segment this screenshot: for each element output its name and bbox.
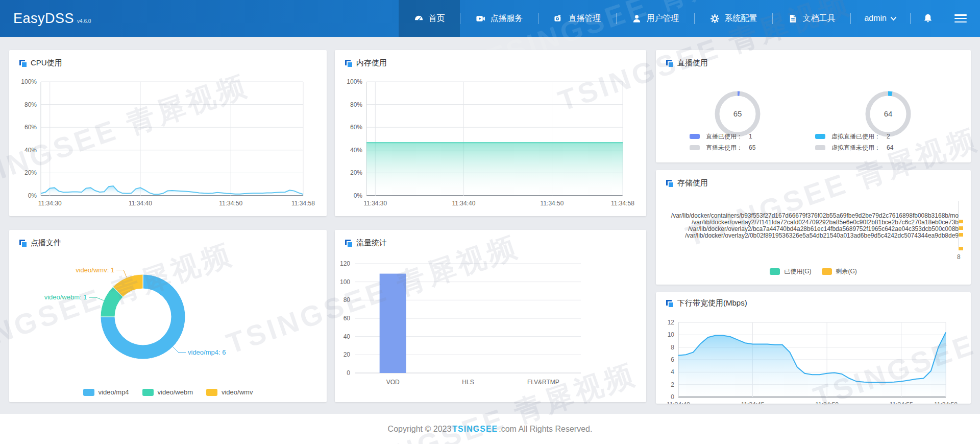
nav-item-label: 直播管理 [568,13,601,24]
document-icon [788,14,798,24]
gear-icon [710,14,720,24]
svg-text:video/mp4: 6: video/mp4: 6 [188,348,226,356]
vod-files-donut-chart: video/mp4: 6video/webm: 1video/wmv: 1 [9,230,327,402]
top-navbar: EasyDSS v4.6.0 首页 点播服务 直 [0,0,980,37]
svg-text:100: 100 [340,278,350,286]
svg-text:20%: 20% [24,169,37,176]
nav-item-user-manage[interactable]: 用户管理 [617,0,694,37]
storage-path-labels: /var/lib/docker/containers/b93f553f27d16… [663,213,959,239]
legend-item[interactable]: 已使用(G) [770,267,811,276]
svg-text:10: 10 [668,331,675,338]
panel-chart-icon [345,240,352,247]
nav-item-label: 首页 [428,13,445,24]
storage-bar-stub [959,226,963,230]
panel-vod-files: 点播文件 video/mp4: 6video/webm: 1video/wmv:… [9,230,327,402]
vod-legend: video/mp4 video/webm video/wmv [9,388,327,396]
menu-toggle-icon[interactable] [954,14,967,22]
svg-text:65: 65 [733,109,742,118]
svg-text:60: 60 [344,315,351,322]
storage-axis-line [959,201,959,248]
legend-swatch [690,134,700,139]
user-menu[interactable]: admin [851,14,910,23]
storage-path: /var/lib/docker/overlay2/7f141fda72cafd0… [663,219,959,226]
nav-item-live-manage[interactable]: 直播管理 [538,0,616,37]
legend-row: 直播未使用： 65 [690,142,755,153]
legend-row: 虚拟直播未使用： 64 [815,142,893,153]
svg-text:100%: 100% [347,78,362,85]
nav-item-label: 点播服务 [490,13,523,24]
svg-text:video/webm: 1: video/webm: 1 [44,293,87,301]
svg-text:120: 120 [340,260,350,267]
virtual-live-gauge-legend: 虚拟直播已使用： 2 虚拟直播未使用： 64 [815,131,893,153]
nav-item-system-config[interactable]: 系统配置 [695,0,772,37]
svg-text:6: 6 [671,356,674,363]
nav-item-vod-service[interactable]: 点播服务 [460,0,538,37]
notifications-button[interactable] [911,13,945,24]
svg-text:64: 64 [884,109,893,118]
svg-text:20%: 20% [350,169,362,176]
panel-title: 下行带宽使用(Mbps) [666,298,747,308]
brand-logo[interactable]: EasyDSS v4.6.0 [13,11,91,27]
svg-text:80%: 80% [24,101,37,108]
panel-chart-icon [345,60,352,67]
svg-text:40%: 40% [350,147,362,154]
main-menu: 首页 点播服务 直播管理 用户管理 [399,0,851,37]
cpu-usage-chart: 0%20%40%60%80%100%11:34:3011:34:4011:34:… [9,50,327,216]
dashboard-content: CPU使用 0%20%40%60%80%100%11:34:3011:34:40… [0,37,980,414]
svg-text:11:34:30: 11:34:30 [38,200,62,207]
svg-text:2: 2 [671,381,674,388]
nav-item-label: 用户管理 [646,13,679,24]
panel-title: 流量统计 [345,238,387,248]
svg-text:20: 20 [344,351,351,358]
svg-text:0: 0 [347,369,350,377]
nav-item-home[interactable]: 首页 [399,0,460,37]
svg-text:11:34:40: 11:34:40 [452,200,475,207]
panel-chart-icon [19,240,27,247]
nav-item-label: 系统配置 [724,13,757,24]
panel-chart-icon [666,60,673,67]
svg-text:VOD: VOD [386,379,400,386]
copyright-text: .com All Rights Reserved. [499,425,592,434]
legend-item[interactable]: video/webm [142,388,193,396]
legend-swatch [822,268,832,275]
panel-chart-icon [666,180,673,187]
svg-text:60%: 60% [350,124,362,131]
svg-text:11:34:40: 11:34:40 [667,401,690,404]
svg-text:80: 80 [344,296,351,303]
svg-text:11:34:50: 11:34:50 [541,200,564,207]
legend-item[interactable]: 剩余(G) [822,267,857,276]
storage-bar-stub [959,220,963,223]
panel-chart-icon [666,300,673,307]
legend-row: 虚拟直播已使用： 2 [815,131,893,142]
svg-text:12: 12 [668,319,675,326]
chevron-down-icon [890,16,897,21]
panel-storage-usage: 存储使用 /var/lib/docker/containers/b93f553f… [656,170,971,285]
live-gauge-legend: 直播已使用： 1 直播未使用： 65 [690,131,755,153]
svg-text:video/wmv: 1: video/wmv: 1 [76,266,114,274]
svg-text:FLV&RTMP: FLV&RTMP [527,379,559,386]
legend-item[interactable]: video/mp4 [83,388,129,396]
nav-item-doc-tools[interactable]: 文档工具 [773,0,850,37]
navbar-right: admin [851,0,967,37]
svg-text:40: 40 [344,333,351,340]
tsingsee-logo[interactable]: TSINGSEE [452,425,498,434]
memory-usage-chart: 0%20%40%60%80%100%11:34:3011:34:4011:34:… [335,50,646,216]
legend-swatch [206,389,217,396]
svg-text:11:34:40: 11:34:40 [129,200,152,207]
legend-swatch [83,389,94,396]
panel-downstream-bandwidth: 下行带宽使用(Mbps) 02468101211:34:4011:34:4511… [656,292,971,404]
bandwidth-area-chart: 02468101211:34:4011:34:4511:34:5011:34:5… [656,292,971,404]
copyright-text: Copyright © 2023 [388,425,452,434]
nav-item-label: 文档工具 [802,13,835,24]
legend-value: 65 [749,144,755,151]
storage-path: /var/lib/docker/containers/b93f553f27d16… [663,213,959,219]
legend-swatch [770,268,780,275]
legend-item[interactable]: video/wmv [206,388,253,396]
svg-text:11:34:58: 11:34:58 [611,200,634,207]
panel-title: CPU使用 [19,58,62,68]
easydss-dashboard: EasyDSS v4.6.0 首页 点播服务 直 [0,0,980,444]
svg-text:11:34:58: 11:34:58 [291,200,315,207]
panel-title: 内存使用 [345,58,387,68]
svg-text:40%: 40% [24,147,37,154]
panel-title: 存储使用 [666,178,708,188]
